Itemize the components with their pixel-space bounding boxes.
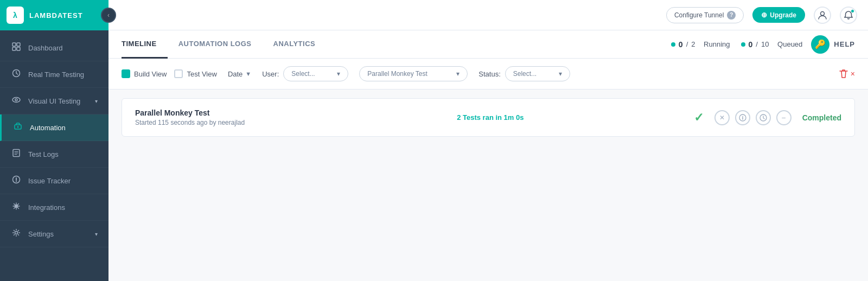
topbar: Configure Tunnel ? Upgrade xyxy=(108,0,868,30)
tab-automation-logs[interactable]: AUTOMATION LOGS xyxy=(168,30,263,59)
build-meta: Started 115 seconds ago by neerajlad xyxy=(135,119,287,126)
realtime-icon xyxy=(11,69,22,80)
sidebar-item-visual-ui[interactable]: Visual UI Testing ▾ xyxy=(0,88,108,114)
visual-ui-icon xyxy=(11,95,22,106)
view-toggle: Build View Test View xyxy=(122,69,217,78)
tab-analytics[interactable]: ANALYTICS xyxy=(263,30,327,59)
sidebar-item-label: Dashboard xyxy=(28,44,63,52)
sidebar-item-label: Real Time Testing xyxy=(28,71,84,79)
svg-point-12 xyxy=(15,232,18,234)
integrations-icon xyxy=(11,202,22,213)
build-action-icons: ✕ – xyxy=(714,110,792,125)
clear-filter-x: × xyxy=(851,69,855,78)
svg-rect-1 xyxy=(17,43,20,46)
user-label: User: xyxy=(262,70,279,78)
test-view-checkbox xyxy=(174,69,183,78)
clock-icon[interactable] xyxy=(756,110,771,125)
svg-point-6 xyxy=(15,99,17,101)
test-type-value: Parallel Monkey Test xyxy=(367,70,427,78)
build-view-option[interactable]: Build View xyxy=(122,69,167,78)
status-filter: Status: Select... ▾ xyxy=(478,66,570,81)
upgrade-label: Upgrade xyxy=(770,11,796,19)
table-row: Parallel Monkey Test Started 115 seconds… xyxy=(122,98,855,137)
svg-rect-2 xyxy=(12,47,16,50)
minus-icon[interactable]: – xyxy=(776,110,792,125)
queued-status: 0/10 Queued xyxy=(741,40,803,49)
sidebar-item-issue-tracker[interactable]: Issue Tracker xyxy=(0,168,108,194)
logo-text: LAMBDATEST xyxy=(29,11,83,20)
sidebar-collapse-button[interactable]: ‹ xyxy=(101,8,116,23)
svg-rect-3 xyxy=(17,47,20,50)
sidebar-item-automation[interactable]: Automation xyxy=(0,114,108,141)
user-avatar[interactable] xyxy=(814,7,831,24)
test-view-option[interactable]: Test View xyxy=(174,69,216,78)
date-filter[interactable]: Date ▼ xyxy=(228,70,251,78)
test-type-select[interactable]: Parallel Monkey Test ▾ xyxy=(359,66,468,81)
svg-point-8 xyxy=(17,126,19,128)
test-view-label: Test View xyxy=(187,70,216,78)
build-check-icon: ✓ xyxy=(694,111,704,125)
notifications-icon[interactable] xyxy=(840,7,857,24)
build-view-label: Build View xyxy=(134,70,167,78)
settings-icon xyxy=(11,228,22,239)
sidebar-item-test-logs[interactable]: Test Logs xyxy=(0,141,108,168)
running-status: 0/2 Running xyxy=(671,40,730,49)
build-view-checkbox xyxy=(122,69,130,78)
sidebar-item-label: Test Logs xyxy=(28,150,59,158)
status-select[interactable]: Select... ▾ xyxy=(505,66,570,81)
configure-tunnel-label: Configure Tunnel xyxy=(674,11,724,19)
date-label: Date xyxy=(228,70,242,78)
chevron-down-icon: ▾ xyxy=(95,231,98,237)
sidebar-header: λ LAMBDATEST ‹ xyxy=(0,0,108,30)
running-dot xyxy=(671,42,675,47)
cancel-icon[interactable]: ✕ xyxy=(714,110,730,125)
automation-icon xyxy=(12,122,23,133)
user-select[interactable]: Select... ▾ xyxy=(283,66,348,81)
tabs-bar: TIMELINE AUTOMATION LOGS ANALYTICS 0/2 R… xyxy=(108,30,868,59)
svg-point-5 xyxy=(12,98,20,103)
filter-bar: Build View Test View Date ▼ User: Select… xyxy=(108,59,868,90)
upgrade-button[interactable]: Upgrade xyxy=(752,7,805,23)
chevron-down-icon: ▾ xyxy=(337,70,340,78)
key-icon[interactable]: 🔑 xyxy=(811,35,829,54)
svg-point-13 xyxy=(821,11,825,15)
sidebar-item-realtime[interactable]: Real Time Testing xyxy=(0,61,108,88)
builds-area: Parallel Monkey Test Started 115 seconds… xyxy=(108,90,868,145)
info-icon[interactable] xyxy=(735,110,750,125)
chevron-down-icon: ▾ xyxy=(456,70,459,78)
configure-tunnel-button[interactable]: Configure Tunnel ? xyxy=(666,7,744,23)
dashboard-icon xyxy=(11,42,22,53)
filter-icon: ▼ xyxy=(245,71,251,77)
sidebar-item-label: Automation xyxy=(30,124,66,132)
build-name: Parallel Monkey Test xyxy=(135,108,287,117)
build-info: Parallel Monkey Test Started 115 seconds… xyxy=(135,108,287,126)
svg-rect-0 xyxy=(12,43,16,46)
help-circle-icon: ? xyxy=(727,11,736,20)
user-filter: User: Select... ▾ xyxy=(262,66,348,81)
clear-filter-button[interactable]: × xyxy=(838,68,855,79)
test-logs-icon xyxy=(11,149,22,159)
sidebar-item-integrations[interactable]: Integrations xyxy=(0,194,108,221)
build-tests[interactable]: 2 Tests ran in 1m 0s xyxy=(298,113,683,122)
sidebar-item-label: Issue Tracker xyxy=(28,177,71,185)
content-area: TIMELINE AUTOMATION LOGS ANALYTICS 0/2 R… xyxy=(108,30,868,281)
chevron-down-icon: ▾ xyxy=(559,70,562,78)
sidebar-item-dashboard[interactable]: Dashboard xyxy=(0,35,108,61)
queued-dot xyxy=(741,42,745,47)
sidebar-item-label: Visual UI Testing xyxy=(28,97,80,105)
build-status: Completed xyxy=(802,113,841,122)
chevron-down-icon: ▾ xyxy=(95,98,98,104)
user-select-value: Select... xyxy=(291,70,315,78)
sidebar-item-label: Integrations xyxy=(28,203,65,212)
tab-timeline[interactable]: TIMELINE xyxy=(122,30,168,59)
status-select-value: Select... xyxy=(513,70,537,78)
sidebar-item-label: Settings xyxy=(28,230,54,238)
logo-icon: λ xyxy=(7,7,24,24)
status-label: Status: xyxy=(478,70,500,78)
issue-tracker-icon xyxy=(11,175,22,186)
sidebar: λ LAMBDATEST ‹ Dashboard Re xyxy=(0,0,108,281)
main-content: Configure Tunnel ? Upgrade TIMELINE xyxy=(108,0,868,281)
sidebar-nav: Dashboard Real Time Testing Visual UI Te… xyxy=(0,30,108,281)
sidebar-item-settings[interactable]: Settings ▾ xyxy=(0,221,108,247)
help-label: HELP xyxy=(834,40,855,48)
